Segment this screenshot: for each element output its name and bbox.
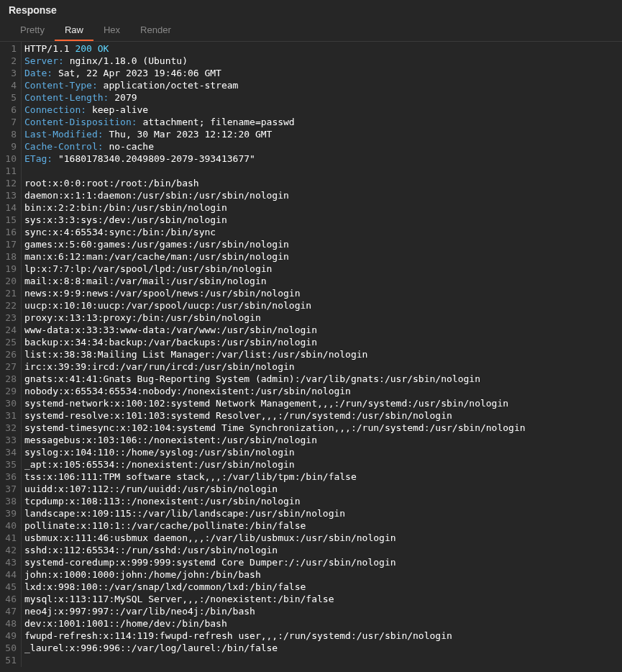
code-line: _laurel:x:996:996::/var/log/laurel:/bin/…: [24, 642, 619, 654]
code-line: list:x:38:38:Mailing List Manager:/var/l…: [24, 348, 619, 360]
code-line: nobody:x:65534:65534:nobody:/nonexistent…: [24, 385, 619, 397]
code-line: landscape:x:109:115::/var/lib/landscape:…: [24, 507, 619, 519]
line-number: 24: [1, 324, 17, 336]
code-line: john:x:1000:1000:john:/home/john:/bin/ba…: [24, 568, 619, 581]
response-content[interactable]: 1234567891011121314151617181920212223242…: [0, 42, 622, 667]
code-line: Content-Length: 2079: [24, 91, 619, 104]
code-line: man:x:6:12:man:/var/cache/man:/usr/sbin/…: [24, 250, 619, 263]
line-number: 6: [1, 104, 17, 116]
line-number: 49: [1, 630, 17, 642]
code-line: tcpdump:x:108:113::/nonexistent:/usr/sbi…: [24, 495, 619, 507]
code-line: sshd:x:112:65534::/run/sshd:/usr/sbin/no…: [24, 544, 619, 556]
line-number: 12: [1, 177, 17, 189]
code-line: irc:x:39:39:ircd:/var/run/ircd:/usr/sbin…: [24, 360, 619, 373]
code-line: systemd-coredump:x:999:999:systemd Core …: [24, 556, 619, 568]
response-tabs: Pretty Raw Hex Render: [0, 20, 622, 42]
code-line: [24, 165, 619, 177]
line-number: 34: [1, 446, 17, 458]
code-line: ETag: "1680178340.2049809-2079-393413677…: [24, 153, 619, 165]
code-line: neo4j:x:997:997::/var/lib/neo4j:/bin/bas…: [24, 605, 619, 617]
line-number: 19: [1, 263, 17, 275]
code-line: mysql:x:113:117:MySQL Server,,,:/nonexis…: [24, 593, 619, 605]
code-line: Content-Type: application/octet-stream: [24, 79, 619, 91]
code-line: [24, 654, 619, 666]
line-number: 41: [1, 532, 17, 544]
line-number: 39: [1, 507, 17, 519]
line-number: 3: [1, 67, 17, 79]
code-line: Content-Disposition: attachment; filenam…: [24, 116, 619, 128]
line-number: 26: [1, 348, 17, 360]
line-number: 14: [1, 201, 17, 214]
code-line: dev:x:1001:1001::/home/dev:/bin/bash: [24, 617, 619, 630]
line-gutter: 1234567891011121314151617181920212223242…: [0, 42, 22, 667]
code-line: news:x:9:9:news:/var/spool/news:/usr/sbi…: [24, 287, 619, 299]
code-line: HTTP/1.1 200 OK: [24, 42, 619, 55]
line-number: 11: [1, 165, 17, 177]
line-number: 22: [1, 299, 17, 312]
code-line: root:x:0:0:root:/root:/bin/bash: [24, 177, 619, 189]
line-number: 33: [1, 434, 17, 446]
line-number: 50: [1, 642, 17, 654]
line-number: 44: [1, 568, 17, 581]
tab-hex[interactable]: Hex: [93, 20, 130, 41]
line-number: 35: [1, 458, 17, 471]
code-line: backup:x:34:34:backup:/var/backups:/usr/…: [24, 336, 619, 348]
line-number: 38: [1, 495, 17, 507]
code-line: fwupd-refresh:x:114:119:fwupd-refresh us…: [24, 630, 619, 642]
line-number: 27: [1, 360, 17, 373]
line-number: 25: [1, 336, 17, 348]
line-number: 8: [1, 128, 17, 140]
line-number: 47: [1, 605, 17, 617]
line-number: 18: [1, 250, 17, 263]
code-line: Date: Sat, 22 Apr 2023 19:46:06 GMT: [24, 67, 619, 79]
line-number: 10: [1, 153, 17, 165]
code-line: www-data:x:33:33:www-data:/var/www:/usr/…: [24, 324, 619, 336]
code-line: syslog:x:104:110::/home/syslog:/usr/sbin…: [24, 446, 619, 458]
tab-render[interactable]: Render: [130, 20, 181, 41]
line-number: 40: [1, 519, 17, 532]
tab-raw[interactable]: Raw: [55, 20, 93, 41]
line-number: 2: [1, 55, 17, 67]
line-number: 29: [1, 385, 17, 397]
line-number: 30: [1, 397, 17, 409]
code-line: gnats:x:41:41:Gnats Bug-Reporting System…: [24, 373, 619, 385]
code-line: mail:x:8:8:mail:/var/mail:/usr/sbin/nolo…: [24, 275, 619, 287]
code-line: Cache-Control: no-cache: [24, 140, 619, 153]
line-number: 28: [1, 373, 17, 385]
line-number: 37: [1, 483, 17, 495]
line-number: 32: [1, 422, 17, 434]
code-line: sync:x:4:65534:sync:/bin:/bin/sync: [24, 226, 619, 238]
code-line: pollinate:x:110:1::/var/cache/pollinate:…: [24, 519, 619, 532]
line-number: 13: [1, 189, 17, 201]
code-line: systemd-resolve:x:101:103:systemd Resolv…: [24, 409, 619, 422]
line-number: 9: [1, 140, 17, 153]
line-number: 21: [1, 287, 17, 299]
code-line: _apt:x:105:65534::/nonexistent:/usr/sbin…: [24, 458, 619, 471]
code-line: uuidd:x:107:112::/run/uuidd:/usr/sbin/no…: [24, 483, 619, 495]
code-line: bin:x:2:2:bin:/bin:/usr/sbin/nologin: [24, 201, 619, 214]
code-line: games:x:5:60:games:/usr/games:/usr/sbin/…: [24, 238, 619, 250]
line-number: 17: [1, 238, 17, 250]
code-line: systemd-network:x:100:102:systemd Networ…: [24, 397, 619, 409]
tab-pretty[interactable]: Pretty: [10, 20, 55, 41]
line-number: 15: [1, 214, 17, 226]
line-number: 31: [1, 409, 17, 422]
line-number: 48: [1, 617, 17, 630]
code-line: tss:x:106:111:TPM software stack,,,:/var…: [24, 471, 619, 483]
line-number: 46: [1, 593, 17, 605]
line-number: 45: [1, 581, 17, 593]
code-line: messagebus:x:103:106::/nonexistent:/usr/…: [24, 434, 619, 446]
code-line: uucp:x:10:10:uucp:/var/spool/uucp:/usr/s…: [24, 299, 619, 312]
line-number: 23: [1, 312, 17, 324]
line-number: 42: [1, 544, 17, 556]
response-body[interactable]: HTTP/1.1 200 OKServer: nginx/1.18.0 (Ubu…: [22, 42, 622, 667]
code-line: usbmux:x:111:46:usbmux daemon,,,:/var/li…: [24, 532, 619, 544]
line-number: 1: [1, 42, 17, 55]
code-line: lxd:x:998:100::/var/snap/lxd/common/lxd:…: [24, 581, 619, 593]
code-line: lp:x:7:7:lp:/var/spool/lpd:/usr/sbin/nol…: [24, 263, 619, 275]
panel-title: Response: [0, 0, 622, 20]
line-number: 20: [1, 275, 17, 287]
code-line: sys:x:3:3:sys:/dev:/usr/sbin/nologin: [24, 214, 619, 226]
line-number: 36: [1, 471, 17, 483]
line-number: 43: [1, 556, 17, 568]
